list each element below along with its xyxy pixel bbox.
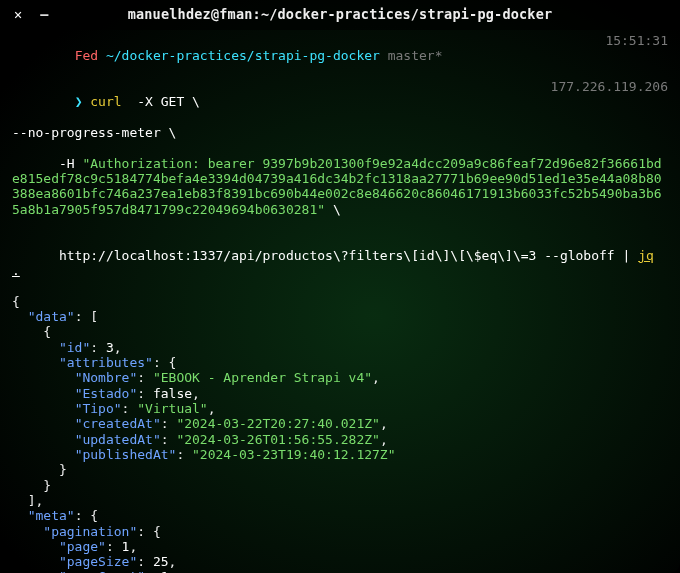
json-publishedAt: "2024-03-23T19:40:12.127Z": [192, 447, 396, 462]
hdr-label: "Authorization: bearer: [82, 156, 262, 171]
json-pagination-open: : {: [137, 524, 160, 539]
titlebar: ✕ — manuelhdez@fman:~/docker-practices/s…: [0, 0, 680, 30]
json-key-createdAt: "createdAt": [75, 416, 161, 431]
json-attrs-close: }: [12, 462, 668, 477]
window-title: manuelhdez@fman:~/docker-practices/strap…: [0, 7, 680, 23]
request-url: http://localhost:1337/api/productos\?fil…: [59, 248, 638, 263]
right-hint-addr: 177.226.119.206: [551, 79, 668, 125]
json-page: 1: [122, 539, 130, 554]
json-id-val: 3: [106, 340, 114, 355]
git-branch: master*: [388, 48, 443, 63]
json-key-page: "page": [59, 539, 106, 554]
json-punct: : [: [75, 309, 98, 324]
hdr-prefix: -H: [59, 156, 82, 171]
json-data-close: ],: [12, 493, 668, 508]
json-estado: false: [153, 386, 192, 401]
json-key-id: "id": [59, 340, 90, 355]
json-meta-open: : {: [75, 508, 98, 523]
json-key-pagination: "pagination": [43, 524, 137, 539]
terminal-content[interactable]: Fed ~/docker-practices/strapi-pg-docker …: [0, 30, 680, 573]
json-key-meta: "meta": [28, 508, 75, 523]
json-key-estado: "Estado": [75, 386, 138, 401]
json-nombre: "EBOOK - Aprender Strapi v4": [153, 370, 372, 385]
jq-dot: .: [12, 263, 20, 278]
json-key-tipo: "Tipo": [75, 401, 122, 416]
json-key-nombre: "Nombre": [75, 370, 138, 385]
json-key-updatedAt: "updatedAt": [75, 432, 161, 447]
host-label: Fed: [75, 48, 98, 63]
json-key-data: "data": [28, 309, 75, 324]
json-open: {: [12, 294, 668, 309]
json-updatedAt: "2024-03-26T01:56:55.282Z": [176, 432, 380, 447]
json-key-pageSize: "pageSize": [59, 554, 137, 569]
json-key-pageCount: "pageCount": [59, 569, 145, 573]
json-key-attrs: "attributes": [59, 355, 153, 370]
close-icon[interactable]: ✕: [14, 8, 22, 22]
json-item-open: {: [12, 324, 668, 339]
json-createdAt: "2024-03-22T20:27:40.021Z": [176, 416, 380, 431]
minimize-icon[interactable]: —: [40, 8, 48, 22]
jq-cmd: jq: [638, 248, 654, 263]
cmd-args: -X GET \: [122, 94, 200, 109]
json-tipo: "Virtual": [137, 401, 207, 416]
json-pageCount: 1: [161, 569, 169, 573]
json-item-close: }: [12, 478, 668, 493]
hdr-cont: \: [325, 202, 341, 217]
timestamp: 15:51:31: [605, 33, 668, 79]
cwd: ~/docker-practices/strapi-pg-docker: [106, 48, 380, 63]
json-attrs-open: : {: [153, 355, 176, 370]
json-key-publishedAt: "publishedAt": [75, 447, 177, 462]
terminal-window: ✕ — manuelhdez@fman:~/docker-practices/s…: [0, 0, 680, 573]
json-pageSize: 25: [153, 554, 169, 569]
cmd-curl: curl: [90, 94, 121, 109]
flag-no-progress: --no-progress-meter \: [12, 125, 668, 140]
